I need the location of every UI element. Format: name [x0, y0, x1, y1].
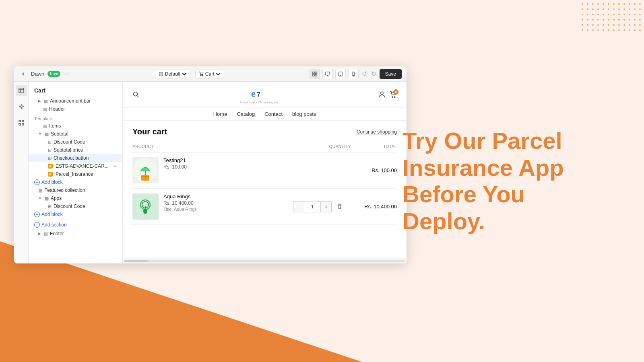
sidebar-item-subtotal[interactable]: ▼ ▦ Subtotal: [29, 130, 122, 138]
mobile-icon-btn[interactable]: [348, 69, 359, 79]
save-button[interactable]: Save: [380, 69, 402, 79]
edit-icon[interactable]: ✏: [114, 164, 117, 169]
cart-header-row: Your cart Continue shopping: [132, 127, 397, 136]
default-dropdown[interactable]: Default: [155, 70, 190, 78]
settings-icon[interactable]: [16, 101, 27, 112]
delete-item-button[interactable]: [335, 202, 345, 212]
qty-decrease-button[interactable]: −: [293, 201, 304, 212]
sidebar-item-announcement-bar[interactable]: ▶ ▦ Announcement bar: [29, 97, 122, 105]
desktop-icon-btn[interactable]: [322, 69, 333, 79]
cart-item-1-total: Rs. 100.00: [361, 167, 397, 173]
cart-item-1-info: Parcel Insurance Testing21 Rs. 100.00: [132, 157, 345, 183]
cart-item-2-name: Aqua Rings: [163, 193, 197, 200]
cart-item-2-total: Rs. 10,400.00: [361, 204, 397, 210]
sidebar-item-ests-advance[interactable]: A ESTS-ADVANCE-CAR... ✏: [29, 162, 122, 170]
svg-rect-3: [313, 72, 314, 73]
svg-text:e: e: [251, 88, 255, 99]
preview-bottom-scrollbar[interactable]: [123, 258, 407, 263]
svg-point-9: [340, 75, 341, 76]
search-icon[interactable]: [132, 91, 140, 100]
add-section-button[interactable]: + Add section: [29, 221, 122, 229]
svg-rect-5: [313, 74, 314, 76]
col-product-header: PRODUCT: [132, 144, 329, 149]
cart-item-2-variant: Title: Aqua Rings: [163, 207, 197, 212]
editor-topbar: Dawn Live ··· Default Car: [14, 66, 407, 82]
undo-button[interactable]: ↺: [362, 70, 367, 78]
layout-grid-icon-btn[interactable]: [310, 69, 320, 79]
cart-count: 0: [393, 89, 398, 95]
sidebar-item-parcel-insurance[interactable]: P Parcel_Insurance: [29, 170, 122, 178]
sidebar-item-subtotal-price[interactable]: ⊞ Subtotal price: [29, 146, 122, 154]
cart-title: Your cart: [132, 127, 167, 136]
col-total-header: TOTAL: [383, 144, 397, 149]
more-options-button[interactable]: ···: [64, 70, 70, 78]
sidebar-item-checkout-button[interactable]: ⊞ Checkout button: [29, 154, 122, 162]
sidebar-item-discount-code[interactable]: ⊞ Discount Code: [29, 138, 122, 146]
store-tagline: Need help • We are experi: [240, 101, 278, 104]
svg-point-2: [202, 75, 203, 76]
cart-icon[interactable]: 0: [390, 91, 397, 100]
account-icon[interactable]: [378, 91, 386, 100]
add-block-subtotal-button[interactable]: + Add block: [29, 178, 122, 186]
cart-item-1-details: Testing21 Rs. 100.00: [163, 157, 187, 170]
col-quantity-header: QUANTITY: [329, 144, 384, 149]
preview-pane: e 7 Need help • We are experi: [123, 82, 407, 263]
nav-blog[interactable]: blog posts: [292, 111, 316, 117]
nav-catalog[interactable]: Catalog: [237, 111, 255, 117]
sidebar-item-apps[interactable]: ▼ ▦ Apps: [29, 194, 122, 202]
svg-point-21: [381, 92, 383, 94]
svg-rect-16: [19, 123, 21, 125]
sidebar-icon-rail: [14, 82, 29, 263]
sidebar-item-items[interactable]: ▦ Items: [29, 122, 122, 130]
horizontal-scrollbar-track[interactable]: [124, 260, 405, 262]
sidebar-item-featured-collection[interactable]: ▦ Featured collection: [29, 186, 122, 194]
svg-point-23: [394, 97, 395, 98]
store-name: Dawn: [31, 71, 44, 77]
add-block-apps-button[interactable]: + Add block: [29, 210, 122, 218]
apps-rail-icon[interactable]: [16, 117, 27, 128]
sidebar-item-footer[interactable]: ▶ ▦ Footer: [29, 230, 122, 238]
svg-point-13: [21, 106, 22, 107]
sidebar-item-header[interactable]: ▦ Header: [29, 105, 122, 113]
right-panel: Try Our Parcel Insurance App Before You …: [402, 128, 612, 235]
add-block-apps-plus-icon: +: [34, 212, 40, 217]
cart-item-2-image: [132, 193, 159, 220]
store-header: e 7 Need help • We are experi: [123, 82, 407, 108]
store-logo: e 7 Need help • We are experi: [240, 86, 278, 104]
continue-shopping-link[interactable]: Continue shopping: [357, 129, 397, 135]
nav-home[interactable]: Home: [213, 111, 227, 117]
svg-rect-15: [22, 120, 24, 122]
store-preview: e 7 Need help • We are experi: [123, 82, 407, 231]
horizontal-scrollbar-thumb[interactable]: [124, 260, 149, 262]
svg-point-11: [353, 75, 353, 76]
editor-window: Dawn Live ··· Default Car: [14, 66, 407, 263]
cart-table-header: PRODUCT QUANTITY TOTAL: [132, 143, 397, 152]
preview-scroll[interactable]: e 7 Need help • We are experi: [123, 82, 407, 263]
badge-parcel: P: [48, 172, 53, 177]
add-section-plus-icon: +: [34, 222, 40, 228]
nav-contact[interactable]: Contact: [264, 111, 283, 117]
live-badge: Live: [47, 71, 60, 77]
cart-dropdown[interactable]: Cart: [195, 70, 225, 78]
svg-rect-7: [326, 72, 330, 75]
back-button[interactable]: [19, 70, 28, 78]
store-nav: Home Catalog Contact blog posts: [123, 108, 407, 121]
svg-text:7: 7: [256, 91, 260, 98]
qty-input[interactable]: [304, 201, 320, 212]
cart-area: Your cart Continue shopping PRODUCT QUAN…: [123, 121, 407, 231]
cart-item-1-price: Rs. 100.00: [163, 164, 187, 170]
qty-increase-button[interactable]: +: [320, 201, 332, 212]
cart-item-1-image: Parcel Insurance: [132, 157, 159, 183]
redo-button[interactable]: ↻: [371, 70, 376, 78]
sections-icon[interactable]: [16, 85, 27, 96]
dots-decoration: [580, 0, 644, 36]
sidebar-title: Cart: [29, 85, 122, 97]
cart-item-2-details: Aqua Rings Rs. 10,400.00 Title: Aqua Rin…: [163, 193, 197, 212]
svg-rect-17: [22, 123, 24, 125]
svg-rect-14: [19, 120, 21, 122]
cart-item-2-qty: − +: [293, 201, 361, 212]
sidebar-item-apps-discount-code[interactable]: ⊞ Discount Code: [29, 202, 122, 210]
template-section-label: Template: [29, 113, 122, 122]
cart-item-2: Aqua Rings Rs. 10,400.00 Title: Aqua Rin…: [132, 189, 397, 225]
tablet-icon-btn[interactable]: [335, 69, 346, 79]
